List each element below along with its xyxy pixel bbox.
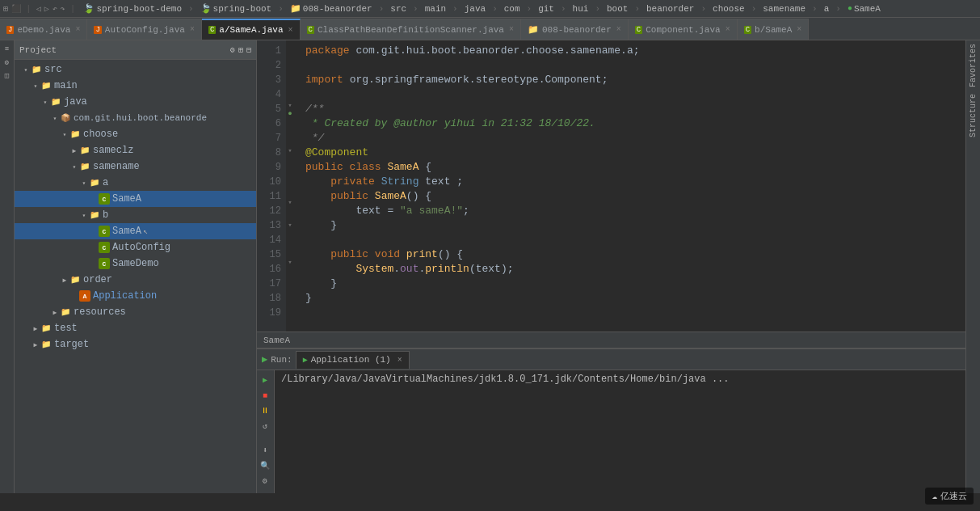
- tab-classpathbean-close[interactable]: ×: [509, 25, 514, 34]
- strip-btn-2[interactable]: ⚙: [2, 57, 13, 68]
- class-icon-application: A: [79, 290, 90, 302]
- tab-bsamea-label: b/SameA: [755, 25, 792, 35]
- strip-btn-3[interactable]: ◫: [2, 70, 13, 81]
- tree-gear-icon[interactable]: ⚙: [230, 45, 235, 55]
- console-output-line: /Library/Java/JavaVirtualMachines/jdk1.8…: [281, 374, 959, 385]
- breadcrumb-samea[interactable]: ● SameA: [844, 3, 884, 15]
- class-icon-autoconfig: C: [99, 242, 110, 253]
- fold-marker-6[interactable]: ●: [286, 110, 294, 118]
- breadcrumb-choose[interactable]: choose: [709, 3, 748, 15]
- tree-node-samedemo[interactable]: C SameDemo: [15, 256, 256, 272]
- tree-node-order[interactable]: ▶ 📁 order: [15, 272, 256, 288]
- tab-classpathbean[interactable]: C ClassPathBeanDefinitionScanner.java ×: [301, 19, 521, 40]
- favorites-tab[interactable]: Favorites: [969, 44, 978, 87]
- fold-marker-18[interactable]: ▾: [286, 259, 294, 267]
- breadcrumb-008-beanorder[interactable]: 📁 008-beanorder: [287, 2, 376, 15]
- tab-samea-label: a/SameA.java: [219, 25, 283, 35]
- tree-node-samea-selected[interactable]: C SameA: [15, 191, 256, 207]
- console-btn-scroll[interactable]: ⬇: [259, 444, 271, 457]
- console-btn-pause[interactable]: ⏸: [259, 404, 271, 417]
- tab-edemo-close[interactable]: ×: [75, 25, 80, 34]
- tree-collapse-icon[interactable]: ⊟: [246, 45, 251, 55]
- tab-bsamea[interactable]: C b/SameA ×: [738, 19, 810, 40]
- tab-008beanorder[interactable]: 📁 008-beanorder ×: [521, 19, 629, 40]
- tree-label-a: a: [103, 177, 108, 188]
- tree-expand-icon[interactable]: ⊞: [238, 45, 243, 55]
- fold-marker-15[interactable]: ▾: [286, 222, 294, 230]
- tab-edemo[interactable]: J eDemo.java ×: [0, 19, 87, 40]
- tree-node-choose[interactable]: ▾ 📁 choose: [15, 126, 256, 142]
- breadcrumb-spring-boot-demo[interactable]: 🍃 spring-boot-demo: [80, 2, 185, 15]
- breadcrumb-git[interactable]: git: [535, 3, 557, 15]
- structure-tab[interactable]: Structure: [969, 94, 978, 137]
- console-btn-settings[interactable]: ⚙: [259, 475, 271, 488]
- tab-component[interactable]: C Component.java ×: [629, 19, 738, 40]
- folder-icon-src: 📁: [31, 64, 42, 75]
- tree-node-application[interactable]: A Application: [15, 288, 256, 304]
- console-tab[interactable]: ▶ Application (1) ×: [296, 351, 410, 369]
- tab-008beanorder-close[interactable]: ×: [616, 25, 621, 34]
- breadcrumb-samename[interactable]: samename: [759, 3, 809, 15]
- breadcrumb-spring-boot[interactable]: 🍃 spring-boot: [197, 2, 275, 15]
- console-run-app-icon: ▶: [303, 355, 308, 365]
- tree-arrow-samename: ▾: [69, 162, 79, 171]
- tree-label-target: target: [54, 339, 89, 350]
- console-btn-filter[interactable]: 🔍: [259, 459, 271, 472]
- folder-icon-java: 📁: [50, 96, 61, 108]
- tree-node-resources[interactable]: ▶ 📁 resources: [15, 304, 256, 320]
- tree-arrow-java: ▾: [40, 97, 50, 107]
- breadcrumb-a[interactable]: a: [821, 3, 833, 15]
- console-btn-stop[interactable]: ■: [259, 389, 271, 402]
- tree-node-sameclz[interactable]: ▶ 📁 sameclz: [15, 142, 256, 158]
- tree-node-b[interactable]: ▾ 📁 b: [15, 207, 256, 223]
- tree-label-resources: resources: [74, 306, 126, 318]
- tree-node-main[interactable]: ▾ 📁 main: [15, 78, 256, 94]
- tab-classpathbean-label: ClassPathBeanDefinitionScanner.java: [318, 25, 504, 35]
- tab-samea-close[interactable]: ×: [288, 26, 293, 35]
- breadcrumb-main[interactable]: main: [422, 3, 449, 15]
- breadcrumb-sep13: ›: [812, 4, 818, 14]
- left-strip: ≡ ⚙ ◫: [0, 40, 15, 493]
- tab-samea[interactable]: C a/SameA.java ×: [202, 19, 301, 40]
- console-run-label: Run:: [271, 355, 292, 365]
- breadcrumb-sep14: ›: [835, 4, 841, 14]
- tree-node-a[interactable]: ▾ 📁 a: [15, 175, 256, 191]
- console-tab-close[interactable]: ×: [397, 356, 402, 365]
- breadcrumb-sep7: ›: [527, 4, 532, 14]
- tree-node-samename[interactable]: ▾ 📁 samename: [15, 158, 256, 175]
- tab-bsamea-close[interactable]: ×: [797, 25, 801, 34]
- tree-label-test: test: [54, 323, 78, 334]
- console-btn-rerun[interactable]: ↺: [259, 420, 271, 433]
- breadcrumb-java[interactable]: java: [461, 3, 489, 15]
- code-line-19: [305, 306, 959, 320]
- tree-node-package[interactable]: ▾ 📦 com.git.hui.boot.beanorde: [15, 110, 256, 126]
- tree-node-samea-b[interactable]: C SameA ↖: [15, 223, 256, 239]
- tree-node-autoconfig[interactable]: C AutoConfig: [15, 239, 256, 256]
- code-line-17: }: [305, 277, 959, 291]
- tree-node-java[interactable]: ▾ 📁 java: [15, 94, 256, 110]
- tab-autoconfig-label: AutoConfig.java: [105, 25, 185, 35]
- breadcrumb-hui[interactable]: hui: [570, 3, 592, 15]
- right-strip: Favorites Structure: [965, 40, 980, 493]
- watermark-icon: ☁: [932, 491, 937, 501]
- tab-component-close[interactable]: ×: [726, 25, 730, 34]
- code-editor[interactable]: package com.git.hui.boot.beanorder.choos…: [299, 40, 965, 332]
- fold-marker-9[interactable]: ▾: [286, 147, 294, 155]
- tree-node-test[interactable]: ▶ 📁 test: [15, 320, 256, 336]
- tab-autoconfig[interactable]: J AutoConfig.java ×: [87, 19, 201, 40]
- folder-icon-package: 📦: [60, 112, 71, 124]
- breadcrumb-beanorder[interactable]: beanorder: [643, 3, 697, 15]
- fold-marker-13[interactable]: ▾: [286, 199, 294, 207]
- tab-autoconfig-close[interactable]: ×: [190, 25, 195, 34]
- tree-label-samea-sel: SameA: [112, 193, 141, 205]
- tree-node-target[interactable]: ▶ 📁 target: [15, 336, 256, 353]
- breadcrumb-com[interactable]: com: [501, 3, 524, 15]
- code-line-10: private String text ;: [305, 175, 959, 189]
- breadcrumb-boot[interactable]: boot: [604, 3, 631, 15]
- strip-btn-1[interactable]: ≡: [2, 44, 13, 55]
- folder-icon-test: 📁: [40, 323, 52, 334]
- fold-gutter: ▾ ● ▾ ▾ ▾ ▾: [286, 40, 299, 332]
- console-btn-run[interactable]: ▶: [259, 374, 271, 386]
- tree-node-src[interactable]: ▾ 📁 src: [15, 61, 256, 78]
- breadcrumb-src[interactable]: src: [387, 3, 410, 15]
